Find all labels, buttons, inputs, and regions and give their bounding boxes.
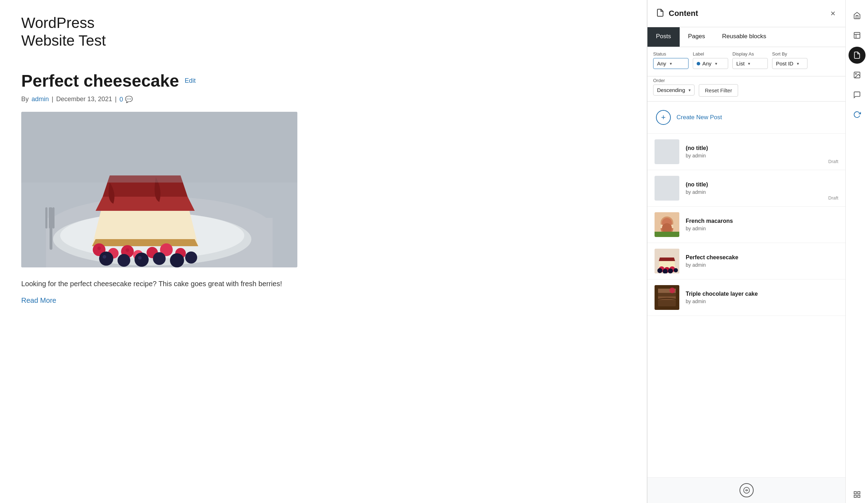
post-item-title: Triple chocolate layer cake <box>686 291 838 297</box>
meta-author[interactable]: admin <box>32 96 49 103</box>
tabs-row: Posts Pages Reusable blocks <box>647 27 845 47</box>
post-featured-image <box>21 112 297 267</box>
image-sidebar-button[interactable] <box>849 67 866 83</box>
status-filter-label: Status <box>653 51 689 57</box>
label-dot-icon <box>697 62 700 65</box>
svg-rect-60 <box>854 492 856 494</box>
status-filter-select[interactable]: Any ▾ <box>653 58 689 69</box>
svg-point-29 <box>138 256 142 260</box>
tab-pages[interactable]: Pages <box>680 27 714 47</box>
svg-point-20 <box>97 247 101 250</box>
site-title: WordPress Website Test <box>21 14 626 50</box>
grid-sidebar-button[interactable] <box>849 486 866 503</box>
label-filter-group: Label Any ▾ <box>693 51 728 69</box>
bookmark-sidebar-button[interactable] <box>849 27 866 44</box>
order-filter-group: Order Descending ▾ <box>653 78 695 96</box>
post-item[interactable]: Perfect cheesecake by admin <box>647 243 845 279</box>
post-list: (no title) by admin Draft (no title) by … <box>647 134 845 477</box>
svg-point-28 <box>103 255 106 259</box>
post-title-row: Perfect cheesecake Edit <box>21 71 626 91</box>
content-panel: Content × Posts Pages Reusable blocks St… <box>647 0 845 503</box>
post-item-status: Draft <box>828 159 838 164</box>
comment-sidebar-button[interactable] <box>849 86 866 103</box>
post-excerpt: Looking for the perfect cheesecake recip… <box>21 278 626 289</box>
post-item-author: by admin <box>686 189 838 195</box>
post-thumbnail <box>655 285 679 310</box>
panel-footer <box>647 477 845 503</box>
svg-point-21 <box>126 248 129 252</box>
edit-link[interactable]: Edit <box>185 77 196 85</box>
post-thumbnail <box>655 249 679 273</box>
post-thumbnail <box>655 176 679 201</box>
close-panel-button[interactable]: × <box>829 7 837 20</box>
post-thumbnail <box>655 139 679 164</box>
post-item-author: by admin <box>686 262 838 268</box>
post-item[interactable]: French macarons by admin <box>647 207 845 243</box>
order-filter-select[interactable]: Descending ▾ <box>653 85 695 96</box>
label-filter-label: Label <box>693 51 728 57</box>
post-item[interactable]: (no title) by admin Draft <box>647 134 845 170</box>
create-post-label: Create New Post <box>676 114 722 121</box>
reset-filter-button[interactable]: Reset Filter <box>699 84 738 97</box>
create-post-row[interactable]: + Create New Post <box>647 102 845 134</box>
display-filter-group: Display As List ▾ <box>732 51 768 69</box>
svg-point-36 <box>662 223 672 233</box>
label-filter-select[interactable]: Any ▾ <box>693 58 728 69</box>
post-info: Triple chocolate layer cake by admin <box>686 291 838 304</box>
refresh-sidebar-button[interactable] <box>849 106 866 123</box>
create-post-plus-icon: + <box>656 110 671 125</box>
post-info: French macarons by admin <box>686 218 838 231</box>
tab-reusable-blocks[interactable]: Reusable blocks <box>714 27 775 47</box>
post-item-title: (no title) <box>686 145 838 151</box>
meta-comments[interactable]: 0 💬 <box>120 96 133 103</box>
comment-bubble-icon: 💬 <box>125 96 133 103</box>
post-info: Perfect cheesecake by admin <box>686 254 838 268</box>
order-filter-value: Descending <box>657 87 685 93</box>
label-filter-value: Any <box>702 60 712 67</box>
svg-rect-55 <box>854 33 860 39</box>
post-item[interactable]: Triple chocolate layer cake by admin <box>647 279 845 316</box>
display-filter-value: List <box>736 60 744 67</box>
post-title: Perfect cheesecake <box>21 71 179 91</box>
order-chevron-icon: ▾ <box>689 88 691 93</box>
svg-rect-30 <box>21 112 297 183</box>
svg-rect-37 <box>655 232 679 237</box>
post-item[interactable]: (no title) by admin Draft <box>647 170 845 207</box>
sort-filter-group: Sort By Post ID ▾ <box>772 51 807 69</box>
filters-row: Status Any ▾ Label Any ▾ Display As List… <box>647 47 845 76</box>
sort-filter-value: Post ID <box>776 60 793 67</box>
svg-rect-49 <box>658 299 676 306</box>
tab-posts[interactable]: Posts <box>647 27 680 47</box>
svg-rect-7 <box>49 207 51 229</box>
label-chevron-icon: ▾ <box>715 61 717 66</box>
panel-footer-icon[interactable] <box>739 483 754 497</box>
svg-rect-63 <box>857 495 860 497</box>
svg-marker-12 <box>92 239 198 246</box>
svg-point-53 <box>669 288 675 293</box>
read-more-link[interactable]: Read More <box>21 296 56 304</box>
panel-header-left: Content <box>656 8 698 18</box>
home-sidebar-button[interactable] <box>849 7 866 24</box>
sort-chevron-icon: ▾ <box>797 61 799 66</box>
meta-date: December 13, 2021 <box>56 96 112 103</box>
post-info: (no title) by admin <box>686 181 838 195</box>
panel-title: Content <box>669 9 698 18</box>
svg-rect-8 <box>52 207 55 229</box>
meta-by: By <box>21 96 29 103</box>
filters-row-2: Order Descending ▾ Reset Filter <box>647 76 845 102</box>
svg-point-27 <box>185 251 197 264</box>
svg-point-25 <box>153 252 166 265</box>
document-sidebar-button[interactable] <box>849 47 866 64</box>
sort-filter-label: Sort By <box>772 51 807 57</box>
panel-header: Content × <box>647 0 845 27</box>
post-item-title: French macarons <box>686 218 838 224</box>
svg-marker-40 <box>659 258 675 261</box>
post-thumbnail <box>655 212 679 237</box>
svg-point-23 <box>118 254 130 267</box>
svg-point-44 <box>657 268 662 273</box>
display-filter-select[interactable]: List ▾ <box>732 58 768 69</box>
post-item-author: by admin <box>686 153 838 158</box>
svg-rect-61 <box>857 492 860 494</box>
sort-filter-select[interactable]: Post ID ▾ <box>772 58 807 69</box>
display-filter-label: Display As <box>732 51 768 57</box>
